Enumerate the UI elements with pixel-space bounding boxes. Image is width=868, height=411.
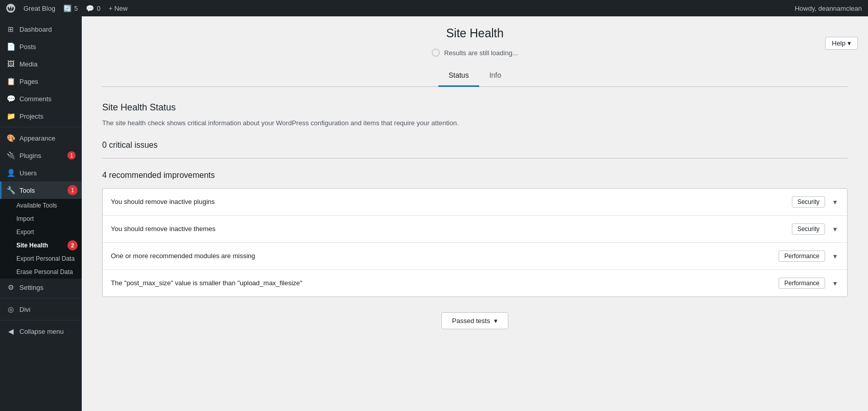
posts-icon: 📄 — [6, 42, 15, 51]
comment-icon: 💬 — [86, 5, 94, 12]
expand-button-1[interactable]: ▾ — [831, 196, 839, 208]
settings-icon: ⚙ — [6, 283, 15, 292]
sidebar-item-label: Projects — [19, 112, 43, 120]
section-title: Site Health Status — [102, 102, 848, 113]
sidebar-item-collapse[interactable]: ◀ Collapse menu — [0, 323, 82, 340]
tag-security-1: Security — [792, 196, 825, 208]
admin-bar: Great Blog 🔄 5 💬 0 + New Howdy, deannamc… — [0, 0, 868, 16]
status-content: Site Health Status The site health check… — [102, 87, 848, 345]
sidebar-item-label: Collapse menu — [19, 328, 64, 335]
sidebar-item-label: Comments — [19, 95, 52, 103]
divider — [102, 158, 848, 158]
table-row: One or more recommended modules are miss… — [103, 243, 847, 270]
tag-performance-1: Performance — [779, 250, 825, 262]
plugins-icon: 🔌 — [6, 151, 15, 160]
projects-icon: 📁 — [6, 111, 15, 121]
collapse-icon: ◀ — [6, 327, 15, 336]
sidebar-item-label: Plugins — [19, 152, 41, 159]
admin-sidebar: ⊞ Dashboard 📄 Posts 🖼 Media 📋 Pages 💬 Co… — [0, 16, 82, 411]
sidebar-item-projects[interactable]: 📁 Projects — [0, 107, 82, 125]
issue-list: You should remove inactive plugins Secur… — [102, 188, 848, 297]
tools-icon: 🔧 — [6, 186, 15, 195]
loading-text: Results are still loading... — [444, 49, 518, 57]
sidebar-item-appearance[interactable]: 🎨 Appearance — [0, 129, 82, 147]
sidebar-item-comments[interactable]: 💬 Comments — [0, 90, 82, 107]
admin-bar-site-name[interactable]: Great Blog — [24, 5, 55, 12]
expand-button-3[interactable]: ▾ — [831, 250, 839, 262]
menu-divider-1 — [0, 127, 82, 127]
submenu-item-available-tools[interactable]: Available Tools — [0, 199, 82, 212]
sidebar-item-media[interactable]: 🖼 Media — [0, 55, 82, 73]
passed-tests-row: Passed tests ▾ — [102, 312, 848, 329]
sidebar-item-posts[interactable]: 📄 Posts — [0, 38, 82, 55]
tab-info[interactable]: Info — [479, 67, 511, 87]
main-content: Site Health Results are still loading...… — [82, 16, 868, 411]
admin-bar-user[interactable]: Howdy, deannamclean — [795, 5, 862, 12]
chevron-down-icon: ▾ — [494, 317, 498, 325]
tabs-bar: Status Info — [102, 67, 848, 87]
table-row: You should remove inactive plugins Secur… — [103, 189, 847, 216]
tag-security-2: Security — [792, 223, 825, 235]
sidebar-item-pages[interactable]: 📋 Pages — [0, 73, 82, 90]
sidebar-item-label: Media — [19, 60, 37, 68]
issue-label-3: One or more recommended modules are miss… — [111, 252, 772, 260]
chevron-down-icon: ▾ — [848, 39, 851, 47]
divi-icon: ◎ — [6, 305, 15, 314]
admin-bar-new[interactable]: + New — [109, 5, 128, 12]
sidebar-item-label: Appearance — [19, 134, 55, 142]
appearance-icon: 🎨 — [6, 133, 15, 143]
dashboard-icon: ⊞ — [6, 25, 15, 34]
admin-bar-updates[interactable]: 🔄 5 — [63, 5, 78, 12]
plugins-badge: 1 — [67, 151, 76, 159]
sidebar-item-label: Posts — [19, 43, 36, 51]
submenu-item-import[interactable]: Import — [0, 212, 82, 225]
expand-button-2[interactable]: ▾ — [831, 223, 839, 235]
comments-icon: 💬 — [6, 94, 15, 103]
tools-submenu: Available Tools Import Export Site Healt… — [0, 199, 82, 279]
improvements-title: 4 recommended improvements — [102, 171, 848, 180]
sidebar-item-label: Divi — [19, 306, 31, 313]
submenu-item-export-personal-data[interactable]: Export Personal Data — [0, 252, 82, 265]
sidebar-item-dashboard[interactable]: ⊞ Dashboard — [0, 20, 82, 38]
sidebar-item-tools[interactable]: 🔧 Tools 1 — [0, 181, 82, 199]
section-description: The site health check shows critical inf… — [102, 118, 848, 128]
sidebar-item-divi[interactable]: ◎ Divi — [0, 301, 82, 318]
users-icon: 👤 — [6, 168, 15, 177]
site-health-badge: 2 — [67, 240, 78, 250]
issue-label-1: You should remove inactive plugins — [111, 198, 786, 206]
sidebar-item-settings[interactable]: ⚙ Settings — [0, 279, 82, 296]
menu-divider-2 — [0, 298, 82, 299]
sidebar-item-users[interactable]: 👤 Users — [0, 164, 82, 181]
loading-indicator: Results are still loading... — [102, 49, 848, 57]
pages-icon: 📋 — [6, 77, 15, 86]
issue-label-2: You should remove inactive themes — [111, 225, 786, 233]
submenu-item-site-health[interactable]: Site Health 2 — [0, 239, 82, 252]
tools-step-badge: 1 — [67, 185, 78, 195]
help-button[interactable]: Help ▾ — [825, 37, 858, 50]
table-row: The "post_max_size" value is smaller tha… — [103, 270, 847, 296]
expand-button-4[interactable]: ▾ — [831, 277, 839, 289]
passed-tests-button[interactable]: Passed tests ▾ — [441, 312, 508, 329]
sidebar-item-label: Settings — [19, 284, 43, 291]
sidebar-item-label: Dashboard — [19, 26, 52, 33]
tab-status[interactable]: Status — [438, 67, 479, 87]
menu-divider-3 — [0, 320, 82, 321]
submenu-item-export[interactable]: Export — [0, 225, 82, 239]
refresh-icon: 🔄 — [63, 5, 72, 12]
critical-issues-count: 0 critical issues — [102, 141, 848, 150]
table-row: You should remove inactive themes Securi… — [103, 216, 847, 243]
passed-tests-label: Passed tests — [452, 317, 490, 325]
sidebar-item-label: Pages — [19, 78, 38, 85]
submenu-item-erase-personal-data[interactable]: Erase Personal Data — [0, 265, 82, 279]
sidebar-item-label: Users — [19, 169, 37, 177]
admin-bar-wp-logo[interactable] — [6, 4, 15, 13]
media-icon: 🖼 — [6, 59, 15, 68]
tag-performance-2: Performance — [779, 278, 825, 289]
issue-label-4: The "post_max_size" value is smaller tha… — [111, 279, 772, 287]
sidebar-item-label: Tools — [19, 187, 35, 194]
sidebar-item-plugins[interactable]: 🔌 Plugins 1 — [0, 147, 82, 164]
page-title: Site Health — [102, 27, 848, 40]
admin-bar-comments[interactable]: 💬 0 — [86, 5, 100, 12]
spinner-icon — [432, 49, 440, 57]
